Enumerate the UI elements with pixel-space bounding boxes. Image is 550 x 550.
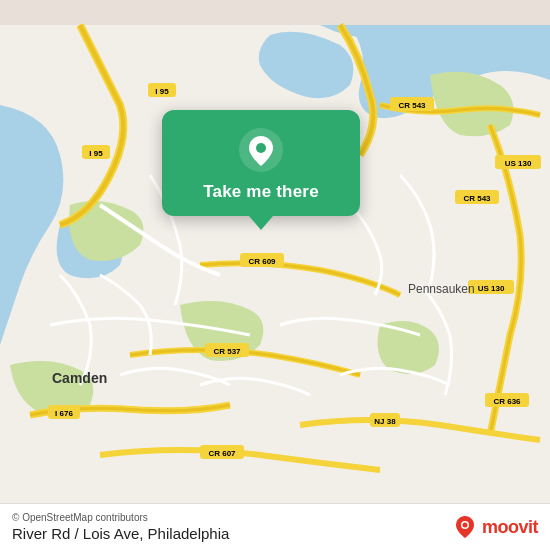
bottom-bar-left: © OpenStreetMap contributors River Rd / … bbox=[12, 512, 229, 542]
svg-text:CR 543: CR 543 bbox=[398, 101, 426, 110]
svg-point-28 bbox=[256, 143, 266, 153]
location-name: River Rd / Lois Ave, Philadelphia bbox=[12, 525, 229, 542]
svg-text:US 130: US 130 bbox=[478, 284, 505, 293]
svg-text:US 130: US 130 bbox=[505, 159, 532, 168]
map-background: I 95 I 95 CR 543 CR 543 US 130 US 130 CR… bbox=[0, 0, 550, 550]
svg-text:CR 537: CR 537 bbox=[213, 347, 241, 356]
svg-text:Camden: Camden bbox=[52, 370, 107, 386]
moovit-brand-text: moovit bbox=[482, 517, 538, 538]
svg-text:CR 607: CR 607 bbox=[208, 449, 236, 458]
svg-text:I 676: I 676 bbox=[55, 409, 73, 418]
svg-text:NJ 38: NJ 38 bbox=[374, 417, 396, 426]
location-pin-icon bbox=[239, 128, 283, 172]
bottom-bar: © OpenStreetMap contributors River Rd / … bbox=[0, 503, 550, 550]
svg-text:CR 609: CR 609 bbox=[248, 257, 276, 266]
popup-card: Take me there bbox=[162, 110, 360, 216]
map-attribution: © OpenStreetMap contributors bbox=[12, 512, 229, 523]
take-me-there-button[interactable]: Take me there bbox=[203, 182, 319, 202]
svg-text:CR 543: CR 543 bbox=[463, 194, 491, 203]
svg-text:Pennsauken: Pennsauken bbox=[408, 282, 475, 296]
svg-text:CR 636: CR 636 bbox=[493, 397, 521, 406]
moovit-pin-icon bbox=[452, 514, 478, 540]
svg-text:I 95: I 95 bbox=[89, 149, 103, 158]
svg-point-30 bbox=[462, 523, 467, 528]
svg-text:I 95: I 95 bbox=[155, 87, 169, 96]
map-container: I 95 I 95 CR 543 CR 543 US 130 US 130 CR… bbox=[0, 0, 550, 550]
moovit-logo: moovit bbox=[452, 514, 538, 540]
